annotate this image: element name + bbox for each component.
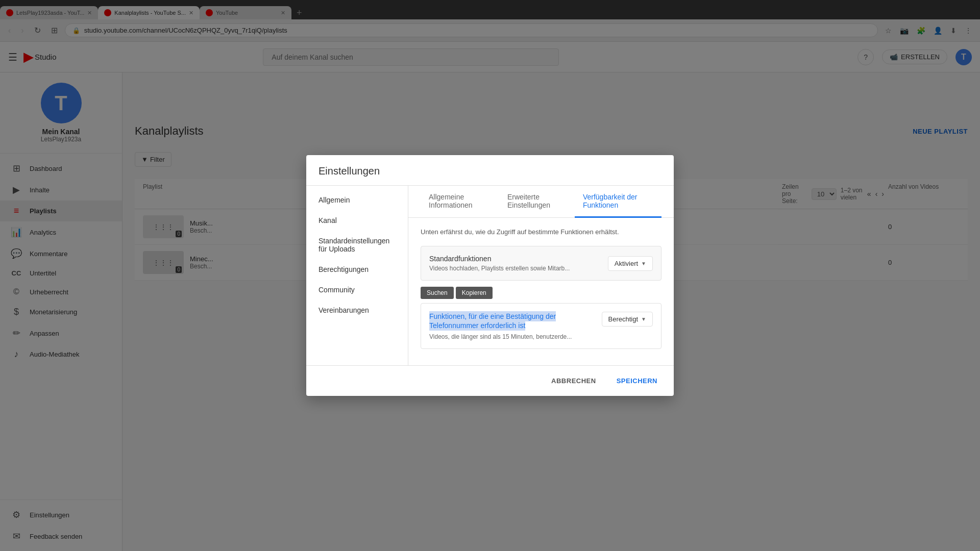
standard-features-desc: Videos hochladen, Playlists erstellen so… xyxy=(429,265,570,272)
phone-features-card: Funktionen, für die eine Bestätigung der… xyxy=(421,303,662,349)
context-menu-tooltip: Suchen Kopieren xyxy=(421,287,662,299)
dialog-nav-channel[interactable]: Kanal xyxy=(306,210,408,231)
phone-features-desc: Videos, die länger sind als 15 Minuten, … xyxy=(429,333,596,340)
tab-advanced[interactable]: Erweiterte Einstellungen xyxy=(499,186,575,218)
standard-features-text: Standardfunktionen Videos hochladen, Pla… xyxy=(429,255,570,272)
dialog-nav-general[interactable]: Allgemein xyxy=(306,190,408,210)
cancel-button[interactable]: ABBRECHEN xyxy=(547,373,600,389)
dialog-title: Einstellungen xyxy=(306,155,674,186)
settings-dialog: Einstellungen Allgemein Kanal Standardei… xyxy=(306,155,674,396)
context-copy-button[interactable]: Kopieren xyxy=(456,287,493,299)
phone-features-chevron-icon: ▼ xyxy=(641,316,646,322)
phone-features-text: Funktionen, für die eine Bestätigung der… xyxy=(429,312,596,340)
standard-features-card: Standardfunktionen Videos hochladen, Pla… xyxy=(421,246,662,281)
standard-features-status-button[interactable]: Aktiviert ▼ xyxy=(608,256,653,271)
dialog-nav-permissions[interactable]: Berechtigungen xyxy=(306,259,408,280)
dialog-sidebar: Allgemein Kanal Standardeinstellungen fü… xyxy=(306,186,408,365)
dialog-nav-agreements[interactable]: Vereinbarungen xyxy=(306,300,408,320)
dialog-tab-content: Unten erfährst du, wie du Zugriff auf be… xyxy=(408,218,674,365)
dialog-content: Allgemeine Informationen Erweiterte Eins… xyxy=(408,186,674,365)
standard-features-chevron-icon: ▼ xyxy=(641,261,646,266)
save-button[interactable]: SPEICHERN xyxy=(612,373,662,389)
phone-features-status-label: Berechtigt xyxy=(608,315,639,323)
dialog-footer: ABBRECHEN SPEICHERN xyxy=(306,365,674,396)
phone-features-header: Funktionen, für die eine Bestätigung der… xyxy=(429,312,653,340)
standard-features-title: Standardfunktionen xyxy=(429,255,570,263)
tab-availability[interactable]: Verfügbarkeit der Funktionen xyxy=(575,186,662,218)
standard-features-header: Standardfunktionen Videos hochladen, Pla… xyxy=(429,255,653,272)
dialog-body: Allgemein Kanal Standardeinstellungen fü… xyxy=(306,186,674,365)
phone-features-status-button[interactable]: Berechtigt ▼ xyxy=(602,312,653,327)
dialog-nav-community[interactable]: Community xyxy=(306,280,408,300)
modal-overlay[interactable]: Einstellungen Allgemein Kanal Standardei… xyxy=(0,0,980,551)
context-search-button[interactable]: Suchen xyxy=(421,287,454,299)
tab-info-text: Unten erfährst du, wie du Zugriff auf be… xyxy=(421,228,662,236)
phone-features-title: Funktionen, für die eine Bestätigung der… xyxy=(429,311,556,331)
tab-general-info[interactable]: Allgemeine Informationen xyxy=(421,186,499,218)
dialog-tabs: Allgemeine Informationen Erweiterte Eins… xyxy=(408,186,674,218)
standard-features-status-label: Aktiviert xyxy=(615,260,638,267)
dialog-nav-upload-defaults[interactable]: Standardeinstellungen für Uploads xyxy=(306,231,408,259)
